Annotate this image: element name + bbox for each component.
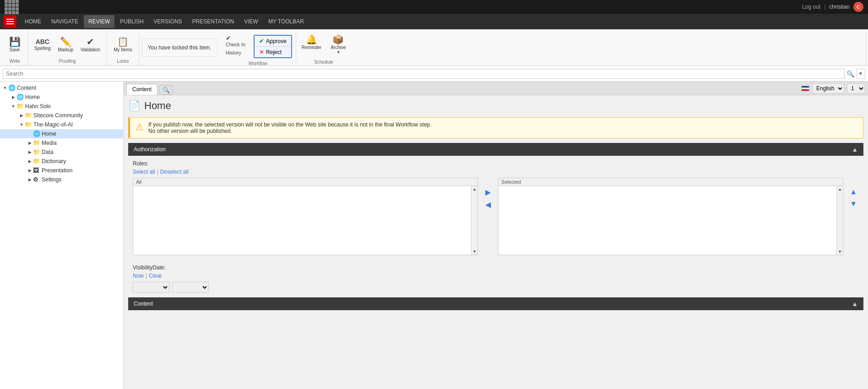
version-select[interactable]: 1 [847, 83, 865, 93]
archive-icon: 📦 [332, 35, 344, 44]
presentation-label: Presentation [42, 167, 72, 174]
approve-button[interactable]: ✔ Approve [255, 36, 291, 47]
menu-bar: HOME NAVIGATE REVIEW PUBLISH VERSIONS PR… [0, 14, 868, 29]
warning-icon: ⚠ [136, 121, 144, 132]
search-icon-button[interactable]: 🔍 [845, 69, 856, 78]
archive-button[interactable]: 📦 Archive ▼ [328, 33, 348, 56]
sidebar-item-data[interactable]: ▶ 📁 Data [0, 148, 123, 157]
language-select[interactable]: English [812, 83, 844, 93]
sidebar-item-dictionary[interactable]: ▶ 📁 Dictionary [0, 157, 123, 166]
sidebar-item-home[interactable]: ▶ 🌐 Home [0, 129, 123, 138]
selected-scroll-down-icon[interactable]: ▼ [838, 249, 842, 254]
workflow-group-label: Workflow [222, 60, 294, 66]
home-label: Home [42, 131, 56, 137]
sidebar-item-the-magic-of-ai[interactable]: ▼ 📁 The-Magic-of-AI [0, 120, 123, 129]
approve-check-icon: ✔ [259, 38, 264, 44]
toggle-dictionary[interactable]: ▶ [27, 158, 33, 164]
ribbon-group-proofing: ABC Spelling ✏️ Markup ✔ Validation Proo… [28, 29, 107, 66]
user-avatar: C [853, 2, 863, 12]
checkin-button[interactable]: ✔ Check In [222, 33, 249, 49]
toggle-content-root[interactable]: ▼ [2, 85, 8, 91]
ribbon-group-locks: 📋 My Items Locks [107, 29, 139, 66]
the-magic-of-ai-label: The-Magic-of-AI [33, 121, 73, 128]
write-group-label: Write [9, 58, 20, 64]
menu-item-navigate[interactable]: NAVIGATE [47, 15, 83, 28]
sidebar-item-content-root[interactable]: ▼ 🌐 Content [0, 83, 123, 93]
visibility-date-select[interactable] [133, 282, 169, 293]
clear-link[interactable]: Clear [149, 273, 162, 279]
content-area: Content 🔍 English 1 📄 Home ⚠ [124, 82, 868, 389]
all-scroll-up-icon[interactable]: ▲ [472, 187, 477, 192]
workflow-action-group: ✔ Approve ✕ Reject [254, 35, 292, 58]
save-icon: 💾 [9, 37, 21, 46]
toggle-settings[interactable]: ▶ [27, 176, 33, 183]
roles-panels: All ▲ ▼ ▶ ◀ [133, 178, 859, 255]
history-button[interactable]: History [222, 49, 245, 57]
markup-icon: ✏️ [60, 37, 71, 46]
tab-content[interactable]: Content [126, 84, 157, 95]
sidebar-item-presentation[interactable]: ▶ 🖼 Presentation [0, 166, 123, 175]
my-items-button[interactable]: 📋 My Items [111, 35, 135, 54]
menu-item-my-toolbar[interactable]: MY TOOLBAR [264, 15, 309, 28]
now-link[interactable]: Now [133, 273, 144, 279]
selected-scroll-up-icon[interactable]: ▲ [838, 187, 842, 192]
menu-item-view[interactable]: VIEW [239, 15, 263, 28]
toggle-media[interactable]: ▶ [27, 140, 33, 146]
all-panel-header: All [133, 178, 477, 186]
visibility-links: Now | Clear [133, 273, 859, 279]
move-left-button[interactable]: ◀ [484, 199, 492, 210]
content-inner: 📄 Home ⚠ If you publish now, the selecte… [124, 95, 868, 389]
spelling-button[interactable]: ABC Spelling [32, 37, 54, 53]
move-right-button[interactable]: ▶ [484, 187, 492, 197]
schedule-group-label: Schedule [299, 59, 349, 65]
markup-button[interactable]: ✏️ Markup [55, 35, 76, 54]
toggle-the-magic-of-ai[interactable]: ▼ [18, 121, 25, 128]
tab-search-button[interactable]: 🔍 [159, 85, 173, 95]
validation-label: Validation [81, 47, 100, 52]
selected-panel-header: Selected [499, 178, 843, 186]
menu-item-home[interactable]: HOME [20, 15, 46, 28]
menu-item-versions[interactable]: VERSIONS [149, 15, 187, 28]
roles-label: Roles: [133, 160, 859, 167]
username-label: christian [829, 4, 850, 10]
authorization-toggle-icon: ▲ [852, 146, 858, 153]
reminder-button[interactable]: 🔔 Reminder [299, 33, 324, 52]
locks-group-label: Locks [117, 58, 129, 64]
search-dropdown-button[interactable]: ▼ [856, 69, 865, 79]
hahn-solo-label: Hahn Solo [25, 103, 51, 110]
sidebar-item-home-top[interactable]: ▶ 🌐 Home [0, 93, 123, 102]
deselect-all-link[interactable]: Deselect all [160, 169, 189, 175]
select-all-link[interactable]: Select all [133, 169, 155, 175]
toggle-sitecore-community[interactable]: ▶ [18, 112, 25, 119]
sidebar-item-sitecore-community[interactable]: ▶ 📁 Sitecore Community [0, 111, 123, 120]
toggle-presentation[interactable]: ▶ [27, 167, 33, 174]
toggle-home-top[interactable]: ▶ [10, 94, 16, 100]
menu-item-review[interactable]: REVIEW [84, 15, 114, 28]
move-down-button[interactable]: ▼ [849, 199, 858, 209]
visibility-time-select[interactable] [172, 282, 209, 293]
sidebar-item-settings[interactable]: ▶ ⚙ Settings [0, 175, 123, 184]
content-section-toggle-icon: ▲ [852, 300, 858, 307]
authorization-section-header[interactable]: Authorization ▲ [128, 143, 863, 156]
validation-button[interactable]: ✔ Validation [78, 35, 103, 54]
flag-icon [801, 86, 809, 91]
reject-button[interactable]: ✕ Reject [255, 47, 291, 57]
save-button[interactable]: 💾 Save [5, 35, 24, 54]
app-grid-icon [5, 0, 19, 14]
spelling-icon: ABC [36, 38, 49, 45]
sidebar-item-hahn-solo[interactable]: ▼ 📁 Hahn Solo [0, 102, 123, 111]
logout-button[interactable]: Log out [802, 4, 820, 10]
content-section-header[interactable]: Content ▲ [128, 297, 863, 310]
search-input[interactable] [3, 69, 845, 79]
hamburger-button[interactable] [4, 15, 16, 28]
toggle-hahn-solo[interactable]: ▼ [10, 103, 16, 110]
page-title-bar: 📄 Home [128, 100, 863, 112]
toggle-data[interactable]: ▶ [27, 149, 33, 155]
sidebar-item-media[interactable]: ▶ 📁 Media [0, 138, 123, 148]
top-bar: Log out | christian C [0, 0, 868, 14]
move-up-button[interactable]: ▲ [849, 187, 858, 197]
all-scroll-down-icon[interactable]: ▼ [472, 249, 477, 254]
menu-item-presentation[interactable]: PRESENTATION [188, 15, 239, 28]
selected-roles-panel [499, 186, 836, 255]
menu-item-publish[interactable]: PUBLISH [115, 15, 148, 28]
